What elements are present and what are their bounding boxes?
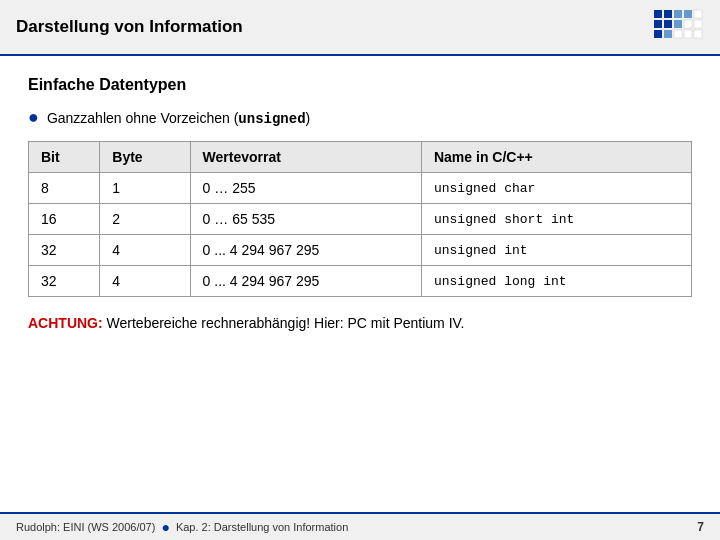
table-row: 810 … 255unsigned char — [29, 173, 692, 204]
col-header-name: Name in C/C++ — [421, 142, 691, 173]
svg-rect-10 — [654, 30, 662, 38]
page-title: Darstellung von Information — [16, 17, 243, 37]
col-header-bit: Bit — [29, 142, 100, 173]
svg-rect-12 — [674, 30, 682, 38]
bullet-text: Ganzzahlen ohne Vorzeichen (unsigned) — [47, 110, 310, 127]
cell-name: unsigned int — [421, 235, 691, 266]
table-row: 3240 ... 4 294 967 295unsigned int — [29, 235, 692, 266]
bullet-icon: ● — [28, 108, 39, 126]
table-header-row: Bit Byte Wertevorrat Name in C/C++ — [29, 142, 692, 173]
table-row: 1620 … 65 535unsigned short int — [29, 204, 692, 235]
cell-bit: 8 — [29, 173, 100, 204]
svg-rect-1 — [664, 10, 672, 18]
cell-bit: 32 — [29, 235, 100, 266]
cell-range: 0 ... 4 294 967 295 — [190, 235, 421, 266]
cell-byte: 4 — [100, 266, 190, 297]
table-row: 3240 ... 4 294 967 295unsigned long int — [29, 266, 692, 297]
svg-rect-8 — [684, 20, 692, 28]
bullet-text-before: Ganzzahlen ohne Vorzeichen ( — [47, 110, 238, 126]
svg-rect-4 — [694, 10, 702, 18]
logo-area — [652, 8, 704, 46]
footer-separator: ● — [161, 519, 169, 535]
cell-byte: 1 — [100, 173, 190, 204]
footer-course: Rudolph: EINI (WS 2006/07) — [16, 521, 155, 533]
achtung-text: Wertebereiche rechnerabhängig! Hier: PC … — [103, 315, 465, 331]
header-bar: Darstellung von Information — [0, 0, 720, 56]
footer: Rudolph: EINI (WS 2006/07) ● Kap. 2: Dar… — [0, 512, 720, 540]
main-content: Einfache Datentypen ● Ganzzahlen ohne Vo… — [0, 56, 720, 357]
cell-range: 0 … 255 — [190, 173, 421, 204]
svg-rect-11 — [664, 30, 672, 38]
cell-range: 0 … 65 535 — [190, 204, 421, 235]
col-header-range: Wertevorrat — [190, 142, 421, 173]
bullet-line: ● Ganzzahlen ohne Vorzeichen (unsigned) — [28, 108, 692, 127]
svg-rect-7 — [674, 20, 682, 28]
cell-name: unsigned long int — [421, 266, 691, 297]
svg-rect-13 — [684, 30, 692, 38]
footer-left: Rudolph: EINI (WS 2006/07) ● Kap. 2: Dar… — [16, 519, 348, 535]
cell-bit: 32 — [29, 266, 100, 297]
cell-name: unsigned char — [421, 173, 691, 204]
achtung-keyword: ACHTUNG: — [28, 315, 103, 331]
bullet-text-after: ) — [306, 110, 311, 126]
cell-name: unsigned short int — [421, 204, 691, 235]
cell-range: 0 ... 4 294 967 295 — [190, 266, 421, 297]
cell-byte: 2 — [100, 204, 190, 235]
svg-rect-2 — [674, 10, 682, 18]
data-table: Bit Byte Wertevorrat Name in C/C++ 810 …… — [28, 141, 692, 297]
svg-rect-3 — [684, 10, 692, 18]
section-title: Einfache Datentypen — [28, 76, 692, 94]
logo-icon — [652, 8, 704, 46]
svg-rect-14 — [694, 30, 702, 38]
footer-chapter: Kap. 2: Darstellung von Information — [176, 521, 348, 533]
svg-rect-5 — [654, 20, 662, 28]
achtung-line: ACHTUNG: Wertebereiche rechnerabhängig! … — [28, 315, 692, 331]
svg-rect-0 — [654, 10, 662, 18]
col-header-byte: Byte — [100, 142, 190, 173]
cell-bit: 16 — [29, 204, 100, 235]
cell-byte: 4 — [100, 235, 190, 266]
bullet-code: unsigned — [238, 111, 305, 127]
svg-rect-9 — [694, 20, 702, 28]
footer-page: 7 — [697, 520, 704, 534]
svg-rect-6 — [664, 20, 672, 28]
